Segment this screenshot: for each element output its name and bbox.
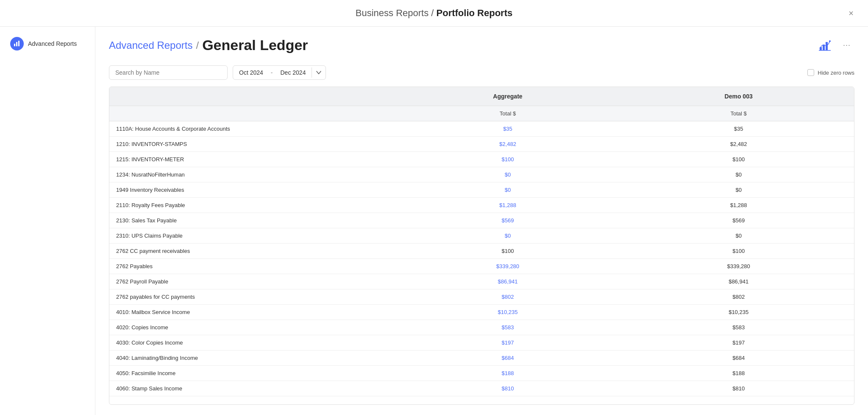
table-row: 1210: INVENTORY-STAMPS$2,482$2,482 bbox=[109, 137, 854, 152]
chart-bar-icon bbox=[10, 37, 24, 50]
title-prefix: Business Reports / bbox=[356, 8, 434, 18]
row-aggregate-cell[interactable]: $100 bbox=[392, 152, 623, 167]
date-dropdown-button[interactable] bbox=[312, 67, 326, 78]
row-name-cell: 2762 CC payment receivables bbox=[109, 244, 392, 259]
row-demo003-cell: $10,235 bbox=[623, 305, 854, 320]
search-input[interactable] bbox=[109, 65, 228, 80]
row-aggregate-cell[interactable]: $188 bbox=[392, 366, 623, 381]
table-row: 4020: Copies Income$583$583 bbox=[109, 320, 854, 335]
table-row: 1234: NusratNoFilterHuman$0$0 bbox=[109, 167, 854, 182]
table-row: 2762 Payroll Payable$86,941$86,941 bbox=[109, 274, 854, 289]
row-aggregate-cell: $100 bbox=[392, 244, 623, 259]
table-row: 4040: Laminating/Binding Income$684$684 bbox=[109, 351, 854, 366]
row-aggregate-cell[interactable]: $86,941 bbox=[392, 274, 623, 289]
svg-rect-2 bbox=[18, 41, 19, 46]
row-aggregate-cell[interactable]: $684 bbox=[392, 351, 623, 366]
row-name-cell: 2762 Payroll Payable bbox=[109, 274, 392, 289]
row-demo003-cell: $100 bbox=[623, 152, 854, 167]
svg-rect-1 bbox=[16, 42, 17, 46]
row-name-cell: 2310: UPS Claims Payable bbox=[109, 228, 392, 244]
close-button[interactable]: × bbox=[844, 6, 858, 20]
row-name-cell: 1210: INVENTORY-STAMPS bbox=[109, 137, 392, 152]
row-name-cell: 4030: Color Copies Income bbox=[109, 335, 392, 351]
date-start-field[interactable]: Oct 2024 bbox=[233, 66, 269, 79]
row-demo003-cell: $35 bbox=[623, 121, 854, 137]
more-options-button[interactable]: ··· bbox=[839, 38, 854, 53]
col-demo003-header: Demo 003 bbox=[623, 87, 854, 106]
header-actions: ··· bbox=[817, 38, 854, 53]
table-row: 4010: Mailbox Service Income$10,235$10,2… bbox=[109, 305, 854, 320]
breadcrumb-link[interactable]: Advanced Reports bbox=[109, 39, 192, 51]
row-aggregate-cell[interactable]: $0 bbox=[392, 182, 623, 198]
row-aggregate-cell[interactable]: $0 bbox=[392, 167, 623, 182]
row-demo003-cell: $100 bbox=[623, 244, 854, 259]
chart-view-button[interactable] bbox=[817, 38, 832, 53]
row-aggregate-cell[interactable]: $35 bbox=[392, 121, 623, 137]
row-name-cell: 2130: Sales Tax Payable bbox=[109, 213, 392, 228]
table-body: 1110A: House Accounts & Corporate Accoun… bbox=[109, 121, 854, 396]
row-demo003-cell: $1,288 bbox=[623, 198, 854, 213]
row-aggregate-cell[interactable]: $2,482 bbox=[392, 137, 623, 152]
row-name-cell: 4060: Stamp Sales Income bbox=[109, 381, 392, 396]
breadcrumb-current: General Ledger bbox=[202, 37, 308, 53]
table-row: 4060: Stamp Sales Income$810$810 bbox=[109, 381, 854, 396]
top-bar: Business Reports / Portfolio Reports × bbox=[0, 0, 868, 27]
row-name-cell: 1234: NusratNoFilterHuman bbox=[109, 167, 392, 182]
table-row: 2762 payables for CC payments$802$802 bbox=[109, 289, 854, 305]
row-aggregate-cell[interactable]: $339,280 bbox=[392, 259, 623, 274]
row-name-cell: 1949 Inventory Receivables bbox=[109, 182, 392, 198]
row-demo003-cell: $188 bbox=[623, 366, 854, 381]
row-name-cell: 1215: INVENTORY-METER bbox=[109, 152, 392, 167]
content-area: Advanced Reports / General Ledger bbox=[95, 27, 868, 415]
svg-rect-7 bbox=[819, 50, 831, 51]
row-aggregate-cell[interactable]: $569 bbox=[392, 213, 623, 228]
row-demo003-cell: $86,941 bbox=[623, 274, 854, 289]
data-table-wrapper: Aggregate Demo 003 Total $ Total $ 1110A… bbox=[109, 87, 854, 405]
breadcrumb-separator: / bbox=[196, 39, 199, 51]
col-name-subheader bbox=[109, 106, 392, 121]
hide-zero-checkbox[interactable] bbox=[807, 69, 814, 76]
row-demo003-cell: $0 bbox=[623, 182, 854, 198]
table-row: 1949 Inventory Receivables$0$0 bbox=[109, 182, 854, 198]
table-row: 2762 Payables$339,280$339,280 bbox=[109, 259, 854, 274]
table-row: 4030: Color Copies Income$197$197 bbox=[109, 335, 854, 351]
window-title: Business Reports / Portfolio Reports bbox=[356, 8, 512, 19]
svg-point-6 bbox=[829, 40, 831, 42]
row-name-cell: 4020: Copies Income bbox=[109, 320, 392, 335]
title-bold: Portfolio Reports bbox=[437, 8, 513, 18]
table-row: 1215: INVENTORY-METER$100$100 bbox=[109, 152, 854, 167]
row-name-cell: 1110A: House Accounts & Corporate Accoun… bbox=[109, 121, 392, 137]
table-row: 1110A: House Accounts & Corporate Accoun… bbox=[109, 121, 854, 137]
row-name-cell: 4040: Laminating/Binding Income bbox=[109, 351, 392, 366]
row-name-cell: 4050: Facsimilie Income bbox=[109, 366, 392, 381]
row-demo003-cell: $684 bbox=[623, 351, 854, 366]
table-row: 2110: Royalty Fees Payable$1,288$1,288 bbox=[109, 198, 854, 213]
date-end-field[interactable]: Dec 2024 bbox=[275, 66, 312, 79]
row-aggregate-cell[interactable]: $10,235 bbox=[392, 305, 623, 320]
row-aggregate-cell[interactable]: $583 bbox=[392, 320, 623, 335]
sidebar-item-advanced-reports[interactable]: Advanced Reports bbox=[3, 33, 92, 55]
row-demo003-cell: $0 bbox=[623, 228, 854, 244]
row-aggregate-cell[interactable]: $197 bbox=[392, 335, 623, 351]
sidebar-item-label: Advanced Reports bbox=[28, 40, 77, 47]
row-name-cell: 2762 payables for CC payments bbox=[109, 289, 392, 305]
hide-zero-text: Hide zero rows bbox=[818, 70, 854, 76]
row-demo003-cell: $802 bbox=[623, 289, 854, 305]
sidebar: Advanced Reports bbox=[0, 27, 95, 415]
row-demo003-cell: $0 bbox=[623, 167, 854, 182]
row-aggregate-cell[interactable]: $1,288 bbox=[392, 198, 623, 213]
row-aggregate-cell[interactable]: $0 bbox=[392, 228, 623, 244]
date-separator: - bbox=[269, 69, 275, 76]
row-demo003-cell: $2,482 bbox=[623, 137, 854, 152]
row-name-cell: 2110: Royalty Fees Payable bbox=[109, 198, 392, 213]
hide-zero-rows-label[interactable]: Hide zero rows bbox=[807, 69, 854, 76]
page-header: Advanced Reports / General Ledger bbox=[109, 37, 854, 53]
table-row: 4050: Facsimilie Income$188$188 bbox=[109, 366, 854, 381]
row-aggregate-cell[interactable]: $810 bbox=[392, 381, 623, 396]
row-demo003-cell: $810 bbox=[623, 381, 854, 396]
row-name-cell: 4010: Mailbox Service Income bbox=[109, 305, 392, 320]
col-name-header bbox=[109, 87, 392, 106]
col-aggregate-header: Aggregate bbox=[392, 87, 623, 106]
row-aggregate-cell[interactable]: $802 bbox=[392, 289, 623, 305]
filter-bar: Oct 2024 - Dec 2024 Hide zero rows bbox=[109, 65, 854, 80]
